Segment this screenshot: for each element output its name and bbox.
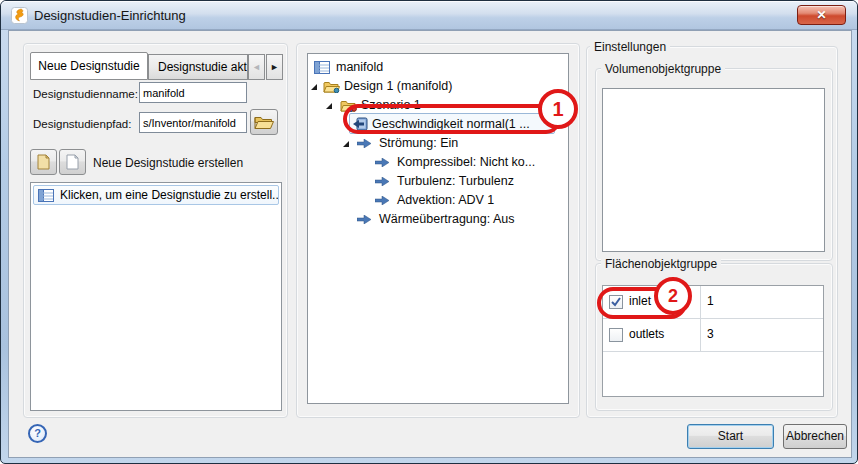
surface-group-value: 1 [707,294,714,308]
tree-item-label: Strömung: Ein [379,134,458,153]
chevron-right-icon: ► [270,62,279,72]
tree-item-turbulenz[interactable]: Turbulenz: Turbulenz [308,172,568,191]
design-folder-icon [323,80,340,93]
tab-designstudie-aktualisieren[interactable]: Designstudie aktualis [148,54,248,80]
surface-object-group-title: Flächenobjektgruppe [601,257,721,271]
annotation-number: 2 [668,286,678,307]
expander-icon[interactable] [342,140,350,148]
annotation-ellipse-1 [343,104,561,134]
app-icon [11,7,28,24]
expander-icon[interactable] [310,83,318,91]
tree-item-waermeuebertragung[interactable]: Wärmeübertragung: Aus [308,210,568,229]
blank-design-study-button[interactable] [59,149,86,175]
design-study-name-label: Designstudienname: [33,88,138,100]
blank-document-icon [66,154,79,170]
arrow-right-icon [375,158,390,167]
tree-item-design-1[interactable]: Design 1 (manifold) [308,77,568,96]
design-study-listbox[interactable]: Klicken, um eine Designstudie zu erstell… [30,182,282,411]
chevron-left-icon: ◄ [252,62,261,72]
tree-item-label: Turbulenz: Turbulenz [397,172,514,191]
table-row-outlets[interactable]: outlets 3 [603,319,823,352]
checkbox-outlets[interactable] [609,328,623,342]
design-study-path-input[interactable] [139,112,247,133]
tree-item-stroemung[interactable]: Strömung: Ein [308,134,568,153]
start-button[interactable]: Start [687,424,774,449]
design-study-name-input[interactable] [139,82,247,103]
browse-folder-button[interactable] [250,109,278,135]
tree-item-label: manifold [336,58,383,77]
tree-item-advektion[interactable]: Advektion: ADV 1 [308,191,568,210]
design-study-table-icon [38,189,54,202]
dialog-window: Designstudien-Einrichtung ✕ Neue Designs… [0,0,858,464]
start-button-label: Start [718,429,743,443]
tab-neue-designstudie[interactable]: Neue Designstudie [30,52,148,80]
expander-icon[interactable] [325,102,333,110]
arrow-right-icon [375,177,390,186]
design-study-path-label: Designstudienpfad: [33,118,131,130]
table-icon [314,61,330,74]
cancel-button[interactable]: Abbrechen [783,424,847,449]
titlebar: Designstudien-Einrichtung ✕ [1,1,857,30]
surface-group-name: outlets [629,327,664,341]
arrow-right-icon [357,139,372,148]
settings-title: Einstellungen [590,40,670,54]
surface-group-value: 3 [707,327,714,341]
tree-item-label: Advektion: ADV 1 [397,191,494,210]
tab-label: Neue Designstudie [38,59,139,73]
tree-item-label: Kompressibel: Nicht ko... [397,153,535,172]
tab-scroll-right-button[interactable]: ► [266,54,283,80]
arrow-right-icon [375,196,390,205]
create-design-study-label: Neue Designstudie erstellen [93,156,243,170]
cancel-button-label: Abbrechen [786,429,844,443]
tree-item-manifold[interactable]: manifold [308,58,568,77]
tree-item-label: Wärmeübertragung: Aus [379,210,515,229]
annotation-balloon-1: 1 [538,89,578,129]
new-design-study-button[interactable] [30,149,57,175]
window-title: Designstudien-Einrichtung [34,1,186,30]
open-folder-icon [254,115,274,130]
tree-item-label: Design 1 (manifold) [344,77,452,96]
close-button[interactable]: ✕ [797,5,846,25]
tab-label: Designstudie aktualis [158,60,248,74]
volume-object-group-title: Volumenobjektgruppe [601,62,725,76]
tree-item-kompressibel[interactable]: Kompressibel: Nicht ko... [308,153,568,172]
annotation-number: 1 [552,98,563,121]
annotation-balloon-2: 2 [654,277,692,315]
arrow-right-icon [357,215,372,224]
help-icon-glyph: ? [34,427,41,439]
list-item-create-design-study[interactable]: Klicken, um eine Designstudie zu erstell… [33,185,279,205]
tab-scroll-left-button[interactable]: ◄ [248,54,265,80]
volume-object-list[interactable] [602,88,825,252]
new-document-icon [37,154,50,170]
help-button[interactable]: ? [28,424,47,443]
list-item-label: Klicken, um eine Designstudie zu erstell… [60,186,279,204]
close-icon: ✕ [816,8,826,22]
